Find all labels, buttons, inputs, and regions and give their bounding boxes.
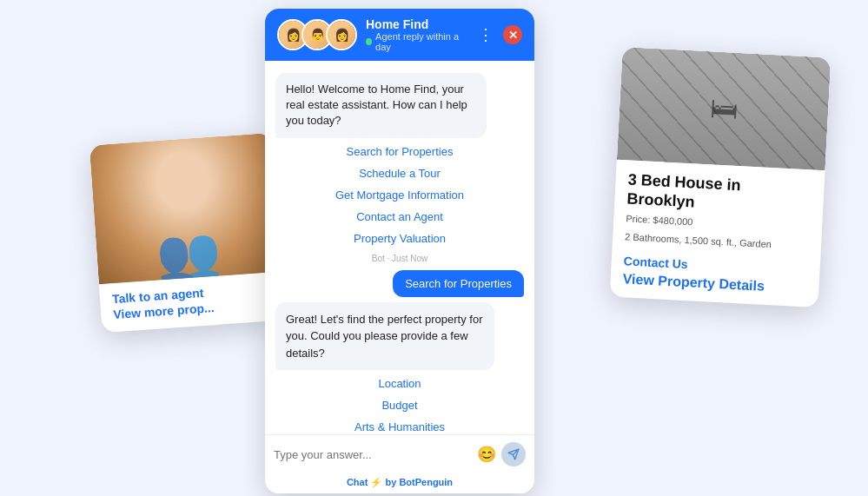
option-search-properties[interactable]: Search for Properties — [275, 143, 524, 160]
user-selection-bubble: Search for Properties — [393, 270, 524, 297]
chat-widget: 👩 👨 👩 Home Find Agent reply within a day… — [265, 9, 534, 493]
chat-header-actions: ⋮ ✕ — [474, 23, 522, 46]
chat-branding: Chat ⚡ by BotPenguin — [265, 473, 534, 493]
sub-option-arts[interactable]: Arts & Humanities — [275, 419, 524, 434]
close-button[interactable]: ✕ — [503, 25, 522, 44]
chat-title: Home Find — [366, 17, 466, 31]
property-actions: Contact Us View Property Details — [610, 250, 820, 308]
property-image: 🛏 — [617, 47, 831, 170]
chat-input[interactable] — [274, 448, 470, 461]
online-indicator — [366, 38, 372, 45]
sub-option-budget[interactable]: Budget — [275, 397, 524, 413]
chat-body: Hello! Welcome to Home Find, your real e… — [265, 61, 534, 434]
chat-header-info: Home Find Agent reply within a day — [366, 17, 466, 52]
chat-subtitle: Agent reply within a day — [366, 31, 466, 52]
sub-option-location[interactable]: Location — [275, 375, 524, 392]
footer-icons: 😊 — [477, 442, 526, 466]
bot-response-message: Great! Let's find the perfect property f… — [275, 302, 494, 371]
option-schedule-tour[interactable]: Schedule a Tour — [275, 165, 524, 182]
branding-brand: BotPenguin — [399, 477, 453, 487]
emoji-button[interactable]: 😊 — [477, 445, 496, 464]
send-icon — [507, 448, 520, 460]
branding-by: by — [385, 477, 396, 487]
branding-prefix: Chat — [347, 477, 368, 487]
bedroom-icon: 🛏 — [709, 92, 739, 126]
bot-meta: Bot · Just Now — [275, 254, 524, 263]
agent-photo: 👥 — [89, 133, 282, 284]
chat-header: 👩 👨 👩 Home Find Agent reply within a day… — [265, 9, 534, 61]
agent-avatars: 👩 👨 👩 — [277, 19, 357, 50]
chat-footer: 😊 — [265, 434, 534, 473]
welcome-message: Hello! Welcome to Home Find, your real e… — [275, 73, 487, 138]
option-mortgage-info[interactable]: Get Mortgage Information — [275, 187, 524, 203]
property-info: 3 Bed House in Brooklyn Price: $480,000 … — [612, 160, 825, 261]
people-silhouette-icon: 👥 — [154, 221, 223, 284]
chat-subtitle-text: Agent reply within a day — [375, 31, 466, 52]
agent-card: 👥 Talk to an agent View more prop... — [89, 133, 285, 333]
send-button[interactable] — [501, 442, 526, 466]
property-card: 🛏 3 Bed House in Brooklyn Price: $480,00… — [610, 47, 832, 308]
property-title: 3 Bed House in Brooklyn — [626, 170, 812, 217]
option-property-valuation[interactable]: Property Valuation — [275, 230, 524, 247]
more-options-button[interactable]: ⋮ — [474, 23, 498, 46]
avatar-3: 👩 — [326, 19, 357, 50]
option-contact-agent[interactable]: Contact an Agent — [275, 208, 524, 225]
branding-bolt: ⚡ — [370, 477, 382, 487]
